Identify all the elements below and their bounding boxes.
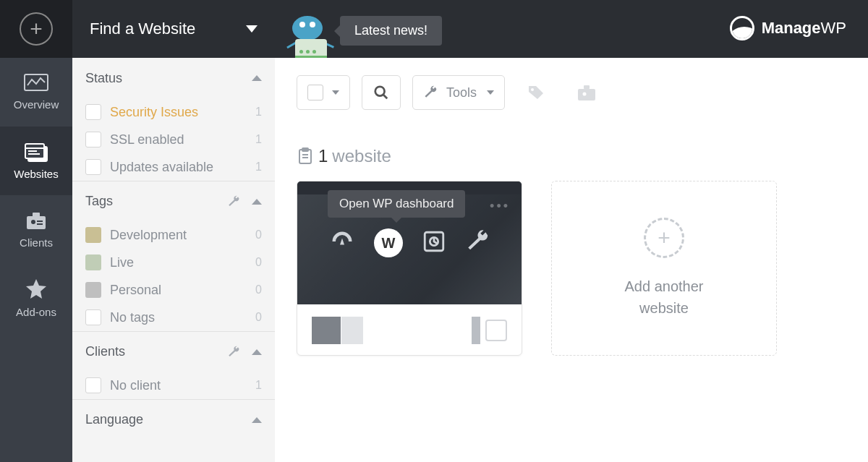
svg-point-14 (531, 88, 534, 91)
add-website-card[interactable]: + Add anotherwebsite (551, 181, 777, 356)
select-checkbox[interactable] (485, 320, 507, 341)
clipboard-icon (297, 147, 314, 165)
client-button[interactable] (567, 75, 606, 110)
svg-rect-16 (584, 85, 590, 89)
nav-clients[interactable]: Clients (0, 195, 72, 264)
chevron-up-icon (252, 75, 262, 81)
find-website-label: Find a Website (90, 20, 195, 38)
checkbox[interactable] (307, 85, 323, 100)
filter-no-client[interactable]: No client1 (72, 372, 275, 399)
website-card-footer (297, 304, 522, 356)
clients-icon (25, 210, 47, 231)
tag-swatch (85, 227, 101, 243)
svg-point-17 (583, 93, 587, 96)
svg-rect-7 (33, 213, 40, 217)
filter-section-language[interactable]: Language (72, 399, 275, 440)
thumb-block (341, 317, 363, 344)
tag-swatch (85, 282, 101, 298)
svg-rect-15 (578, 89, 595, 100)
search-button[interactable] (362, 75, 401, 110)
tag-swatch (85, 254, 101, 270)
nav-overview[interactable]: Overview (0, 58, 72, 127)
wrench-icon[interactable] (227, 346, 240, 359)
find-website-dropdown[interactable]: Find a Website (72, 0, 275, 58)
plus-icon: + (644, 218, 684, 258)
search-icon (373, 85, 389, 100)
checkbox[interactable] (85, 132, 101, 147)
briefcase-icon (577, 84, 596, 101)
latest-news-bubble[interactable]: Latest news! (340, 16, 442, 46)
filter-tag-none[interactable]: No tags0 (72, 304, 275, 331)
chevron-down-icon (246, 25, 258, 33)
brand-logo: ManageWP (730, 16, 846, 40)
filter-tag-personal[interactable]: Personal0 (72, 276, 275, 304)
dashboard-icon[interactable] (329, 228, 355, 257)
checkbox[interactable] (85, 159, 101, 175)
svg-line-13 (383, 95, 388, 99)
managewp-logo-icon (730, 16, 754, 40)
add-site-button[interactable]: + (0, 0, 72, 58)
tooltip-open-wp: Open WP dashboard (328, 190, 465, 218)
svg-rect-10 (37, 223, 43, 225)
filter-ssl-enabled[interactable]: SSL enabled1 (72, 126, 275, 153)
chevron-up-icon (252, 349, 262, 355)
filter-updates-available[interactable]: Updates available1 (72, 153, 275, 181)
filter-section-tags[interactable]: Tags (72, 181, 275, 221)
websites-icon (24, 142, 48, 162)
svg-point-8 (31, 220, 35, 224)
website-card[interactable]: Open WP dashboard ••• W (297, 181, 522, 356)
tools-dropdown[interactable]: Tools (412, 75, 505, 110)
nav-rail: Overview Websites Clients Add-ons (0, 58, 72, 462)
wrench-icon[interactable] (465, 229, 490, 257)
tag-icon (527, 85, 545, 100)
backup-icon[interactable] (422, 229, 446, 257)
toolbar: Tools (297, 75, 846, 110)
chevron-up-icon (252, 417, 262, 423)
svg-rect-9 (37, 221, 43, 222)
filter-tag-development[interactable]: Development0 (72, 221, 275, 249)
filter-section-status[interactable]: Status (72, 58, 275, 98)
svg-rect-6 (27, 216, 46, 229)
addons-icon (25, 278, 47, 300)
thumb-block (312, 317, 341, 344)
chevron-up-icon (252, 199, 262, 205)
mascot-icon (288, 13, 339, 58)
overview-icon (24, 74, 48, 93)
filters-sidebar: Status Security Issues1 SSL enabled1 Upd… (72, 58, 275, 462)
plus-icon: + (20, 12, 53, 46)
wrench-icon[interactable] (227, 195, 240, 208)
chevron-down-icon (487, 90, 494, 95)
svg-marker-11 (26, 279, 46, 299)
nav-addons[interactable]: Add-ons (0, 264, 72, 333)
chevron-down-icon (332, 90, 339, 95)
topbar: + Find a Website Latest news! ManageWP (0, 0, 868, 58)
filter-security-issues[interactable]: Security Issues1 (72, 98, 275, 126)
checkbox[interactable] (85, 309, 101, 325)
select-all-dropdown[interactable] (297, 75, 350, 110)
tag-button[interactable] (516, 75, 556, 110)
wordpress-icon[interactable]: W (374, 228, 403, 257)
website-count: 1 website (297, 146, 846, 166)
checkbox[interactable] (85, 377, 101, 393)
main-content: Tools 1 website Open WP dashboard ••• (275, 58, 868, 462)
wrench-icon (423, 85, 438, 100)
filter-tag-live[interactable]: Live0 (72, 249, 275, 276)
nav-websites[interactable]: Websites (0, 127, 72, 195)
checkbox[interactable] (85, 104, 101, 120)
filter-section-clients[interactable]: Clients (72, 331, 275, 372)
svg-point-12 (375, 87, 385, 96)
thumb-block (472, 317, 480, 344)
